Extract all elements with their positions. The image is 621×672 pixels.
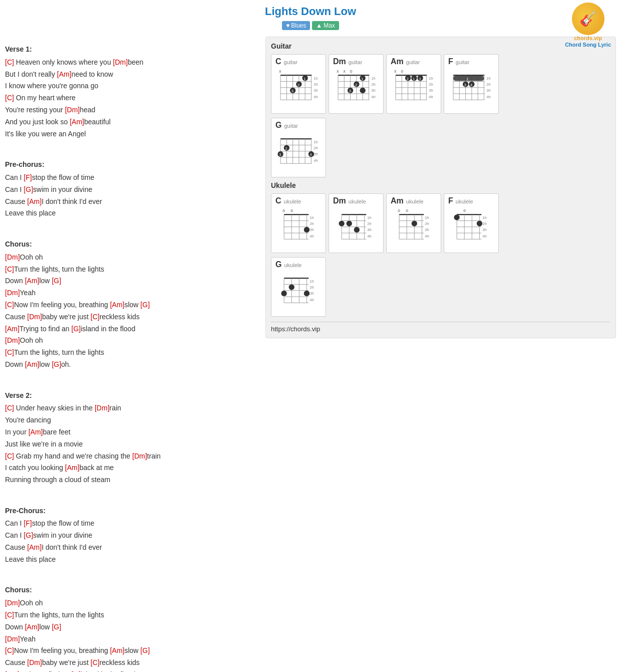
guitar-chords-row2: G guitar 1fr 2fr 3fr: [271, 118, 610, 177]
svg-point-190: [281, 291, 286, 296]
page-header: Lights Down Low ♥ Blues ▲ Max 🎸 chords.v…: [0, 0, 621, 37]
svg-text:2: 2: [355, 83, 357, 87]
chord-type: ukulele: [456, 198, 473, 204]
blues-icon: ♥: [286, 22, 289, 29]
svg-text:3fr: 3fr: [314, 88, 318, 93]
svg-text:1: 1: [466, 77, 468, 81]
logo-text: chords.vipChord Song Lyric: [565, 35, 611, 48]
lyric-line: [Dm]Ooh oh: [5, 335, 255, 347]
svg-text:4fr: 4fr: [309, 234, 314, 239]
svg-text:2fr: 2fr: [486, 82, 491, 87]
chord-C-guitar[interactable]: C guitar x: [271, 54, 326, 114]
lyric-line: [C] Grab my hand and we're chasing the […: [5, 451, 255, 463]
lyric-line: Cause [Am]I don't think I'd ever: [5, 542, 255, 554]
chorus2-header: Chorus:: [5, 584, 255, 596]
svg-text:o: o: [463, 208, 466, 213]
svg-text:o: o: [398, 208, 400, 213]
svg-text:x: x: [279, 69, 281, 74]
chord-type: ukulele: [284, 198, 301, 204]
chord-header: G ukulele: [275, 260, 322, 269]
svg-point-159: [412, 220, 417, 226]
url-footer[interactable]: https://chords.vip: [271, 322, 610, 333]
ukulele-chords-row1: C ukulele o o 1fr 2fr 3: [271, 193, 610, 253]
guitar-icon: 🎸: [579, 11, 597, 27]
svg-text:3: 3: [464, 83, 466, 87]
svg-point-143: [354, 227, 360, 233]
chord-header: C ukulele: [275, 196, 322, 205]
svg-point-127: [304, 227, 309, 233]
svg-text:2fr: 2fr: [371, 82, 376, 87]
svg-text:3: 3: [291, 89, 293, 93]
lyric-line: Can I [G]swim in your divine: [5, 530, 255, 542]
svg-text:3fr: 3fr: [309, 291, 314, 296]
logo-circle: 🎸: [572, 3, 604, 35]
chord-diagram-svg: 1fr 2fr 3fr 4fr 1 3 4: [448, 68, 493, 111]
lyric-line: Running through a cloud of steam: [5, 474, 255, 486]
svg-point-174: [454, 214, 459, 220]
verse1-header: Verse 1:: [5, 44, 255, 56]
badge-max[interactable]: ▲ Max: [312, 21, 339, 30]
svg-text:x: x: [343, 69, 346, 74]
svg-text:o: o: [290, 208, 293, 213]
svg-text:4: 4: [310, 152, 312, 157]
lyric-line: [C]Now I'm feeling you, breathing [Am]sl…: [5, 299, 255, 311]
badge-blues[interactable]: ♥ Blues: [282, 21, 310, 30]
svg-text:2: 2: [285, 146, 287, 151]
lyric-line: [C] Heaven only knows where you [Dm]been: [5, 57, 255, 69]
lyric-line: Cause [Dm]baby we're just [C]reckless ki…: [5, 311, 255, 323]
chord-diagram-svg: o o 1fr 2fr 3fr 4fr: [275, 207, 321, 250]
chord-diagram-svg: 1fr 2fr 3fr 4fr 2 3 4: [275, 132, 321, 174]
lyric-line: [C] Under heavy skies in the [Dm]rain: [5, 402, 255, 414]
max-icon: ▲: [316, 22, 322, 29]
svg-text:2fr: 2fr: [425, 221, 429, 226]
lyric-line: You're resting your [Dm]head: [5, 104, 255, 116]
svg-text:3fr: 3fr: [486, 88, 491, 93]
svg-point-45: [360, 88, 366, 93]
svg-text:1fr: 1fr: [486, 76, 491, 81]
chord-header: C guitar: [275, 57, 322, 66]
lyric-line: But I don't really [Am]need to know: [5, 69, 255, 81]
chord-name: C: [275, 57, 281, 66]
lyric-line: [Dm]Yeah: [5, 287, 255, 299]
lyric-line: It's like you were an Angel: [5, 128, 255, 140]
svg-text:3fr: 3fr: [309, 228, 314, 232]
lyric-line: [Dm]Ooh oh: [5, 597, 255, 609]
lyric-line: Down [Am]low [G]oh.: [5, 359, 255, 371]
svg-text:o: o: [406, 208, 408, 213]
svg-text:3fr: 3fr: [425, 228, 429, 232]
lyric-line: Can I [F]stop the flow of time: [5, 518, 255, 530]
chord-name: Am: [391, 57, 404, 66]
chord-G-guitar[interactable]: G guitar 1fr 2fr 3fr: [271, 118, 326, 177]
chord-type: guitar: [456, 59, 470, 65]
lyric-line: [C] On my heart where: [5, 92, 255, 104]
svg-point-189: [289, 284, 294, 290]
lyrics-column: Verse 1: [C] Heaven only knows where you…: [5, 37, 265, 672]
chord-G-ukulele[interactable]: G ukulele 1fr 2fr 3fr 4fr: [271, 257, 326, 317]
guitar-chords-row1: C guitar x: [271, 54, 610, 114]
chord-Am-guitar[interactable]: Am guitar x o 1fr: [386, 54, 441, 114]
svg-point-142: [347, 220, 352, 226]
chord-Am-ukulele[interactable]: Am ukulele o o 1fr 2fr: [386, 193, 441, 253]
svg-text:1fr: 1fr: [309, 215, 314, 220]
chord-C-ukulele[interactable]: C ukulele o o 1fr 2fr 3: [271, 193, 326, 253]
svg-text:4fr: 4fr: [371, 95, 376, 99]
lyric-line: [C]Turn the lights, turn the lights: [5, 347, 255, 359]
chord-type: ukulele: [284, 262, 301, 268]
svg-text:3: 3: [349, 89, 351, 93]
chord-F-guitar[interactable]: F guitar 1fr 2fr 3fr: [444, 54, 499, 114]
chord-name: Am: [391, 196, 404, 205]
svg-text:2fr: 2fr: [309, 285, 314, 290]
svg-text:1fr: 1fr: [482, 215, 487, 220]
chord-header: Dm guitar: [333, 57, 379, 66]
prechorus-header: Pre-chorus:: [5, 159, 255, 171]
lyric-line: [C]Turn the lights, turn the lights: [5, 609, 255, 621]
svg-rect-85: [453, 76, 484, 81]
chord-F-ukulele[interactable]: F ukulele o 1fr 2fr 3fr: [444, 193, 499, 253]
svg-text:3fr: 3fr: [371, 88, 376, 93]
chord-Dm-ukulele[interactable]: Dm ukulele 1fr 2fr 3fr 4fr: [329, 193, 384, 253]
chord-Dm-guitar[interactable]: Dm guitar x x o: [329, 54, 384, 114]
site-logo[interactable]: 🎸 chords.vipChord Song Lyric: [565, 3, 611, 48]
chord-name: Dm: [333, 196, 346, 205]
svg-text:4fr: 4fr: [482, 234, 487, 239]
verse2-header: Verse 2:: [5, 390, 255, 402]
